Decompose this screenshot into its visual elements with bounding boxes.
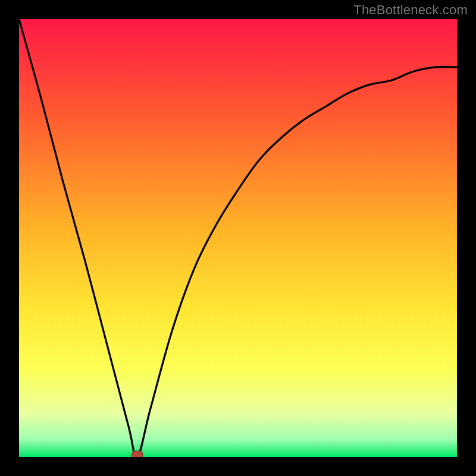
gradient-background: [19, 19, 457, 457]
watermark-text: TheBottleneck.com: [353, 2, 468, 18]
chart-frame: TheBottleneck.com: [0, 0, 476, 476]
bottleneck-chart: [19, 19, 457, 457]
min-marker: [132, 451, 143, 457]
plot-area: [19, 19, 457, 457]
